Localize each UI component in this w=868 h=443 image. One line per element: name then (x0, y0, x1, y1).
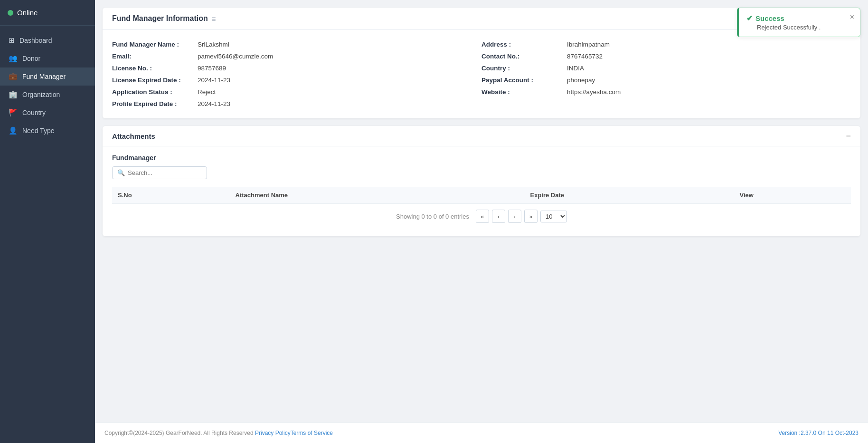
value-website: https://ayesha.com (567, 88, 621, 96)
info-row-paypal: Paypal Account : phonepay (481, 74, 851, 86)
fund-manager-info-title: Fund Manager Information (112, 14, 208, 23)
per-page-select[interactable]: 10 25 50 100 (540, 211, 567, 222)
attachments-table: S.No Attachment Name Expire Date View (112, 187, 851, 204)
pagination-info: Showing 0 to 0 of 0 entries (396, 213, 469, 220)
main-content: ✔ Success Rejected Successfully . × Fund… (95, 0, 868, 443)
footer-version: Version :2.37.0 On 11 Oct-2023 (778, 430, 859, 436)
label-website: Website : (481, 88, 567, 96)
info-left-column: Fund Manager Name : SriLakshmi Email: pa… (112, 39, 481, 110)
sidebar-item-label: Dashboard (19, 37, 52, 44)
toast-title: ✔ Success (746, 14, 841, 23)
label-paypal: Paypal Account : (481, 77, 567, 84)
info-row-license-expired: License Expired Date : 2024-11-23 (112, 74, 481, 86)
country-icon: 🚩 (9, 108, 18, 117)
search-box: 🔍 (112, 166, 207, 179)
attachments-card: Attachments − Fundmanager 🔍 S.No Attachm… (103, 126, 860, 236)
sidebar-status-label: Online (17, 9, 38, 17)
info-grid: Fund Manager Name : SriLakshmi Email: pa… (103, 30, 860, 118)
label-license-no: License No. : (112, 65, 198, 72)
attachments-header: Attachments − (103, 126, 860, 146)
sidebar-item-label: Need Type (22, 127, 54, 135)
label-email: Email: (112, 53, 198, 60)
footer: Copyright©(2024-2025) GearForNeed. All R… (95, 423, 868, 443)
value-country: INDIA (567, 65, 584, 72)
fundmanager-section-label: Fundmanager (112, 154, 851, 162)
info-row-address: Address : Ibrahimpatnam (481, 39, 851, 50)
success-toast: ✔ Success Rejected Successfully . × (737, 8, 860, 37)
sidebar-item-label: Organization (22, 91, 60, 98)
pagination-next-button[interactable]: › (508, 210, 521, 223)
search-input[interactable] (128, 169, 202, 176)
check-icon: ✔ (746, 14, 753, 23)
col-view: View (734, 187, 851, 204)
sidebar-item-country[interactable]: 🚩 Country (0, 104, 95, 122)
sidebar-item-dashboard[interactable]: ⊞ Dashboard (0, 31, 95, 49)
info-row-license-no: License No. : 98757689 (112, 62, 481, 74)
label-country: Country : (481, 65, 567, 72)
info-row-country: Country : INDIA (481, 62, 851, 74)
value-profile-expired: 2024-11-23 (198, 100, 230, 107)
sidebar-item-fund-manager[interactable]: 💼 Fund Manager (0, 67, 95, 86)
sidebar-item-label: Fund Manager (22, 73, 66, 80)
label-license-expired: License Expired Date : (112, 77, 198, 84)
col-expire-date: Expire Date (525, 187, 734, 204)
attachments-body: Fundmanager 🔍 S.No Attachment Name Expir… (103, 146, 860, 236)
info-row-name: Fund Manager Name : SriLakshmi (112, 39, 481, 50)
sidebar-header: Online (0, 0, 95, 26)
table-header-row: S.No Attachment Name Expire Date View (112, 187, 851, 204)
sidebar-item-organization[interactable]: 🏢 Organization (0, 86, 95, 104)
info-row-contact: Contact No.: 8767465732 (481, 50, 851, 62)
info-row-email: Email: pamevi5646@cumzle.com (112, 50, 481, 62)
pagination-row: Showing 0 to 0 of 0 entries « ‹ › » 10 2… (112, 204, 851, 229)
attachments-title: Attachments (112, 132, 155, 140)
info-row-app-status: Application Status : Reject (112, 86, 481, 98)
col-sno: S.No (112, 187, 230, 204)
header-menu-icon: ≡ (212, 15, 216, 23)
label-address: Address : (481, 41, 567, 48)
col-attachment-name: Attachment Name (230, 187, 525, 204)
value-paypal: phonepay (567, 77, 595, 84)
label-contact: Contact No.: (481, 53, 567, 60)
value-email: pamevi5646@cumzle.com (198, 53, 273, 60)
pagination-prev-button[interactable]: ‹ (492, 210, 505, 223)
dashboard-icon: ⊞ (9, 36, 15, 45)
toast-message: Rejected Successfully . (746, 24, 841, 31)
value-contact: 8767465732 (567, 53, 603, 60)
sidebar-item-label: Country (22, 109, 46, 116)
need-type-icon: 👤 (9, 126, 18, 135)
value-fund-manager-name: SriLakshmi (198, 41, 229, 48)
organization-icon: 🏢 (9, 90, 18, 99)
sidebar-nav: ⊞ Dashboard 👥 Donor 💼 Fund Manager 🏢 Org… (0, 26, 95, 443)
value-app-status: Reject (198, 88, 216, 96)
footer-copyright: Copyright©(2024-2025) GearForNeed. All R… (104, 430, 333, 436)
sidebar-item-need-type[interactable]: 👤 Need Type (0, 122, 95, 140)
donor-icon: 👥 (9, 54, 18, 63)
value-address: Ibrahimpatnam (567, 41, 610, 48)
collapse-button[interactable]: − (846, 132, 851, 140)
fund-manager-icon: 💼 (9, 72, 18, 81)
search-icon: 🔍 (117, 169, 125, 176)
pagination-last-button[interactable]: » (524, 210, 538, 223)
online-indicator (8, 10, 13, 16)
info-row-website: Website : https://ayesha.com (481, 86, 851, 98)
sidebar-item-donor[interactable]: 👥 Donor (0, 49, 95, 67)
label-profile-expired: Profile Expired Date : (112, 100, 198, 107)
info-row-profile-expired: Profile Expired Date : 2024-11-23 (112, 98, 481, 110)
sidebar-item-label: Donor (22, 55, 40, 62)
value-license-expired: 2024-11-23 (198, 77, 230, 84)
label-app-status: Application Status : (112, 88, 198, 96)
pagination-first-button[interactable]: « (476, 210, 489, 223)
toast-close-button[interactable]: × (850, 13, 854, 21)
info-right-column: Address : Ibrahimpatnam Contact No.: 876… (481, 39, 851, 110)
privacy-policy-link[interactable]: Privacy Policy (255, 430, 291, 436)
terms-link[interactable]: Terms of Service (291, 430, 333, 436)
sidebar: Online ⊞ Dashboard 👥 Donor 💼 Fund Manage… (0, 0, 95, 443)
label-fund-manager-name: Fund Manager Name : (112, 41, 198, 48)
value-license-no: 98757689 (198, 65, 226, 72)
